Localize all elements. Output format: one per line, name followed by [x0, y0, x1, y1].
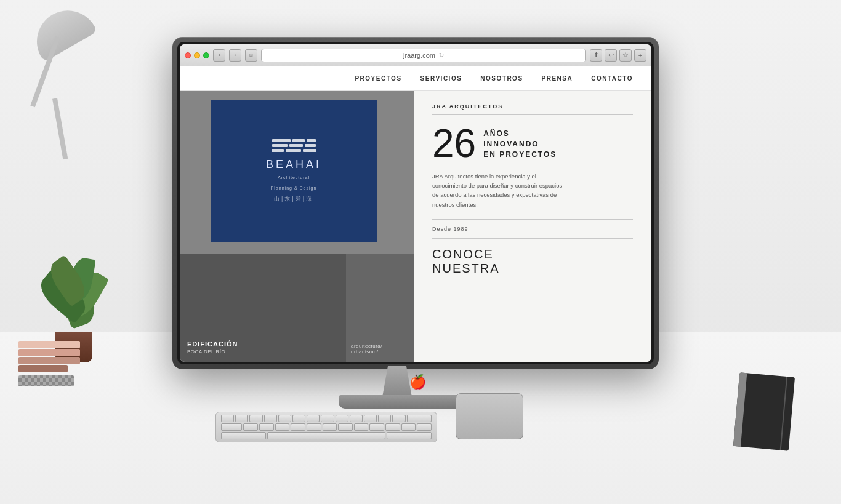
site-main-content: BEAHAI Architectural Planning & Design 山…: [180, 91, 651, 362]
notebook: [733, 372, 795, 450]
years-block: 26 AÑOS INNOVANDO EN PROYECTOS: [432, 124, 633, 163]
beahai-subtitle-1: Architectural: [278, 175, 310, 182]
key: [267, 432, 385, 439]
tile-edificacion-sub: BOCA DEL RÍO: [187, 349, 339, 354]
monitor-bezel: ‹ › ⊞ jraarg.com ↻ ⬆ ↩ ☆ +: [177, 42, 654, 364]
key: [307, 415, 320, 422]
forward-button[interactable]: ›: [229, 49, 241, 62]
conoce-sub: NUESTRA: [432, 262, 500, 276]
site-navigation: PROYECTOS SERVICIOS NOSOTROS PRENSA CONT…: [180, 66, 651, 91]
beahai-name: BEAHAI: [266, 158, 321, 171]
trackpad[interactable]: [456, 393, 523, 439]
share-icon[interactable]: ⬆: [590, 49, 602, 62]
bottom-tiles: EDIFICACIÓN BOCA DEL RÍO arquitectura/ u…: [180, 254, 414, 362]
key: [307, 423, 321, 431]
apple-logo-monitor: 🍎: [396, 374, 439, 390]
browser-window: ‹ › ⊞ jraarg.com ↻ ⬆ ↩ ☆ +: [180, 44, 651, 362]
divider-2: [432, 219, 633, 220]
key-row-1: [221, 415, 432, 422]
reopen-icon[interactable]: ↩: [605, 49, 617, 62]
key: [407, 415, 432, 422]
spacebar: [221, 432, 266, 439]
key: [259, 423, 274, 431]
fullscreen-button[interactable]: [203, 52, 209, 58]
key: [235, 415, 248, 422]
beahai-subtitle-2: Planning & Design: [271, 185, 317, 192]
key: [323, 423, 337, 431]
url-text: jraarg.com: [403, 52, 435, 59]
key: [369, 423, 384, 431]
right-panel: JRA ARQUITECTOS 26 AÑOS INNOVANDO EN PRO…: [414, 91, 651, 362]
key-row-2: [221, 423, 432, 431]
tile-edificacion-title: EDIFICACIÓN: [187, 340, 339, 349]
book-4: [18, 365, 68, 372]
key: [354, 423, 369, 431]
company-description: JRA Arquitectos tiene la experiencia y e…: [432, 172, 568, 209]
conoce-section: CONOCE NUESTRA: [432, 247, 633, 276]
divider-1: [432, 114, 633, 115]
key: [378, 415, 391, 422]
beahai-card: BEAHAI Architectural Planning & Design 山…: [211, 100, 377, 242]
key: [249, 415, 262, 422]
key: [291, 423, 305, 431]
tile-arquitectura-sub: urbanismo/: [351, 349, 382, 354]
key: [364, 415, 377, 422]
nav-contacto[interactable]: CONTACTO: [591, 75, 633, 82]
monitor-wrapper: ‹ › ⊞ jraarg.com ↻ ⬆ ↩ ☆ +: [172, 37, 665, 468]
key: [417, 423, 432, 431]
desde-label: Desde 1989: [432, 226, 633, 232]
years-number: 26: [432, 124, 476, 163]
book-stack: [18, 341, 80, 387]
tile-arquitectura-title: arquitectura/: [351, 343, 382, 349]
book-checkered: [18, 375, 74, 386]
nav-proyectos[interactable]: PROYECTOS: [355, 75, 401, 82]
nav-prensa[interactable]: PRENSA: [542, 75, 573, 82]
plant-leaves: [37, 239, 111, 338]
key: [401, 423, 416, 431]
traffic-lights: [185, 52, 209, 58]
key: [278, 415, 291, 422]
key: [336, 415, 348, 422]
key: [292, 415, 305, 422]
company-label: JRA ARQUITECTOS: [432, 103, 633, 110]
key: [392, 415, 405, 422]
conoce-title: CONOCE: [432, 247, 500, 262]
minimize-button[interactable]: [194, 52, 200, 58]
address-bar[interactable]: jraarg.com ↻: [261, 49, 586, 62]
key-row-3: [221, 432, 432, 439]
key: [275, 423, 290, 431]
key: [387, 432, 432, 439]
view-button[interactable]: ⊞: [245, 49, 257, 62]
monitor-frame: ‹ › ⊞ jraarg.com ↻ ⬆ ↩ ☆ +: [172, 37, 659, 369]
key: [321, 415, 334, 422]
close-button[interactable]: [185, 52, 191, 58]
key: [221, 423, 242, 431]
notebook-band: [780, 377, 787, 450]
key: [264, 415, 277, 422]
bookmark-icon[interactable]: ☆: [619, 49, 632, 62]
years-text: AÑOS INNOVANDO EN PROYECTOS: [483, 124, 557, 159]
book-3: [18, 357, 80, 364]
beahai-logo: [272, 139, 316, 152]
nav-nosotros[interactable]: NOSOTROS: [480, 75, 523, 82]
key: [243, 423, 258, 431]
beahai-chinese-text: 山|东|碧|海: [274, 195, 313, 203]
browser-toolbar: ‹ › ⊞ jraarg.com ↻ ⬆ ↩ ☆ +: [180, 44, 651, 66]
refresh-icon[interactable]: ↻: [439, 52, 444, 58]
book-2: [18, 349, 80, 356]
website-content: PROYECTOS SERVICIOS NOSOTROS PRENSA CONT…: [180, 66, 651, 362]
keyboard: [215, 412, 437, 442]
lamp-head: [26, 0, 98, 62]
key: [338, 423, 353, 431]
book-1: [18, 341, 80, 348]
key: [221, 415, 234, 422]
years-line-2: INNOVANDO: [483, 139, 557, 150]
monitor-stand-base: [339, 395, 474, 409]
nav-servicios[interactable]: SERVICIOS: [420, 75, 462, 82]
add-tab-button[interactable]: +: [634, 49, 646, 62]
back-button[interactable]: ‹: [213, 49, 225, 62]
tile-arquitectura[interactable]: arquitectura/ urbanismo/: [346, 254, 414, 362]
browser-actions: ⬆ ↩ ☆ +: [590, 49, 646, 62]
tile-edificacion[interactable]: EDIFICACIÓN BOCA DEL RÍO: [180, 254, 346, 362]
years-line-1: AÑOS: [483, 129, 557, 139]
